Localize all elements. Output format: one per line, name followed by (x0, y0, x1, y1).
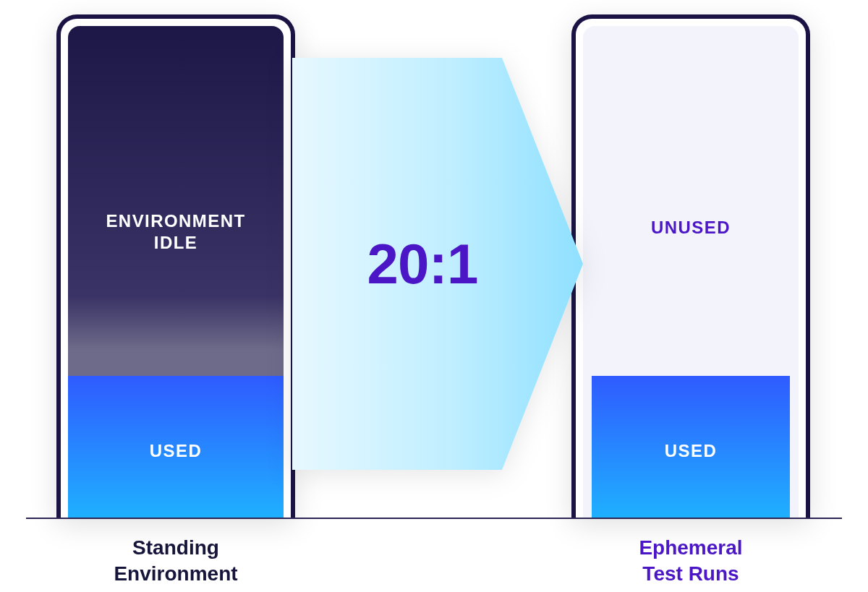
standing-used-label: USED (68, 441, 284, 461)
ephemeral-phone: UNUSED USED (571, 14, 810, 518)
standing-caption-line1: Standing (132, 536, 219, 559)
standing-caption-line2: Environment (114, 562, 237, 585)
standing-environment-phone: ENVIRONMENT IDLE USED (56, 14, 295, 518)
ephemeral-caption-line2: Test Runs (642, 562, 739, 585)
environment-idle-line2: IDLE (154, 233, 197, 252)
ephemeral-caption-line1: Ephemeral (639, 536, 742, 559)
ratio-label: 20:1 (292, 58, 553, 470)
unused-label: UNUSED (583, 218, 799, 238)
ephemeral-caption: Ephemeral Test Runs (571, 535, 810, 588)
environment-idle-label: ENVIRONMENT IDLE (68, 210, 284, 254)
standing-environment-screen: ENVIRONMENT IDLE USED (68, 26, 284, 518)
baseline-rule (26, 518, 842, 519)
ephemeral-used-label: USED (583, 441, 799, 461)
diagram-stage: ENVIRONMENT IDLE USED UNUSED USED (0, 0, 868, 592)
ephemeral-screen: UNUSED USED (583, 26, 799, 518)
standing-environment-caption: Standing Environment (56, 535, 295, 588)
environment-idle-line1: ENVIRONMENT (106, 211, 245, 231)
